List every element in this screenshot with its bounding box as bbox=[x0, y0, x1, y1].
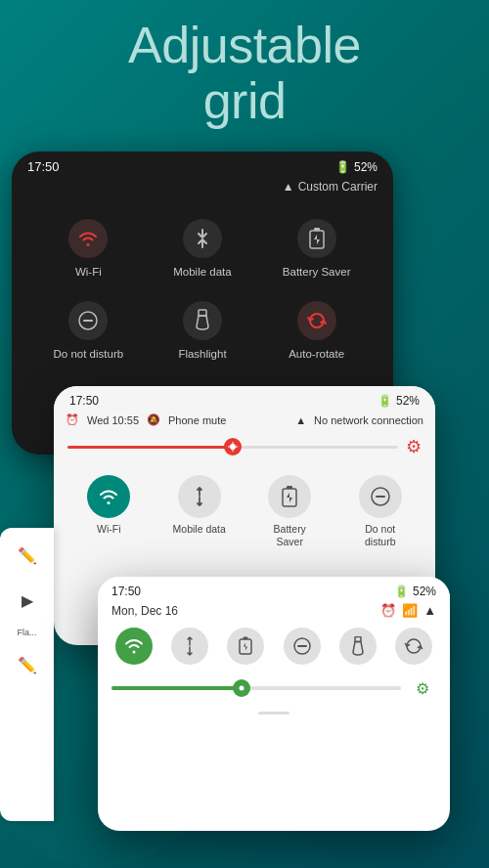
side-edit-icon[interactable]: ✏️ bbox=[10, 538, 45, 573]
phone-3-frame: 17:50 🔋 52% Mon, Dec 16 ⏰ 📶 ▲ bbox=[98, 577, 450, 831]
qs-tile2-mobile[interactable]: Mobile data bbox=[156, 467, 244, 555]
svg-point-5 bbox=[230, 444, 236, 450]
qs-tile-mobile[interactable]: Mobile data bbox=[146, 205, 260, 287]
phone1-time: 17:50 bbox=[27, 159, 60, 174]
hero-title-line1: Adjustable bbox=[0, 18, 489, 73]
brightness-slider-3[interactable] bbox=[111, 686, 401, 690]
brightness-thumb-3 bbox=[233, 679, 250, 697]
auto-brightness-icon-3[interactable]: ⚙ bbox=[409, 674, 436, 702]
phone1-status-bar: 17:50 🔋 52% bbox=[12, 152, 393, 178]
notif-mute: Phone mute bbox=[168, 414, 226, 426]
qs-tile3-wifi[interactable] bbox=[108, 628, 160, 665]
phone1-status-right: 🔋 52% bbox=[335, 160, 378, 174]
wifi-label: Wi-Fi bbox=[75, 266, 102, 278]
flashlight-icon-3 bbox=[339, 628, 377, 665]
qs-tile2-wifi[interactable]: Wi-Fi bbox=[66, 467, 153, 555]
phone1-battery: 52% bbox=[354, 160, 378, 174]
battery-saver-label: Battery Saver bbox=[283, 266, 351, 278]
mobile-label-2: Mobile data bbox=[173, 523, 226, 536]
phone3-battery: 52% bbox=[413, 585, 436, 598]
svg-rect-11 bbox=[287, 486, 292, 489]
phone2-battery: 52% bbox=[396, 394, 420, 408]
qs-tile3-dnd[interactable] bbox=[276, 628, 329, 665]
phone2-battery-icon: 🔋 bbox=[378, 394, 392, 408]
svg-rect-0 bbox=[310, 231, 324, 248]
phone2-status-right: 🔋 52% bbox=[378, 394, 420, 408]
battery-saver-icon-2 bbox=[268, 475, 311, 518]
qs-tile-wifi[interactable]: Wi-Fi bbox=[31, 205, 146, 287]
alarm-icon: ⏰ bbox=[66, 413, 79, 426]
phone2-notif-bar: ⏰ Wed 10:55 🔕 Phone mute ▲ No network co… bbox=[54, 412, 435, 430]
dnd-icon-2 bbox=[359, 475, 402, 518]
wifi-icon-3b bbox=[115, 628, 153, 665]
autorotate-icon bbox=[297, 301, 336, 340]
brightness-thumb bbox=[224, 438, 242, 456]
phone1-carrier: Custom Carrier bbox=[298, 180, 378, 194]
brightness-fill bbox=[67, 446, 233, 449]
phone3-date-icons: ⏰ 📶 ▲ bbox=[380, 603, 436, 618]
autorotate-label: Auto-rotate bbox=[289, 348, 344, 360]
dnd-icon bbox=[68, 301, 108, 340]
phone3-battery-icon: 🔋 bbox=[394, 585, 409, 598]
auto-brightness-icon[interactable]: ⚙ bbox=[406, 436, 422, 457]
qs-tile3-battery[interactable] bbox=[219, 628, 272, 665]
qs-tile3-rotate[interactable] bbox=[387, 628, 440, 665]
brightness-slider[interactable] bbox=[67, 446, 398, 449]
phone2-brightness-row: ⚙ bbox=[54, 430, 435, 463]
dnd-label-2: Do not disturb bbox=[365, 523, 396, 547]
drag-handle bbox=[98, 708, 450, 718]
qs-tile3-mobile[interactable] bbox=[163, 628, 216, 665]
rotate-icon-3 bbox=[395, 628, 432, 665]
qs-tile-dnd[interactable]: Do not disturb bbox=[31, 287, 146, 369]
wifi-label-2: Wi-Fi bbox=[97, 523, 121, 536]
phone3-brightness-row: ⚙ bbox=[98, 669, 450, 708]
flashlight-label: Flashlight bbox=[178, 348, 226, 360]
flashlight-icon bbox=[183, 301, 222, 340]
svg-rect-10 bbox=[283, 489, 296, 506]
hero-title: Adjustable grid bbox=[0, 18, 489, 129]
wifi-icon-2 bbox=[87, 475, 130, 518]
alarm-icon-3: ⏰ bbox=[380, 603, 396, 618]
svg-point-19 bbox=[240, 686, 244, 691]
wifi-icon bbox=[68, 219, 108, 258]
svg-rect-15 bbox=[244, 637, 248, 640]
mobile-icon bbox=[183, 219, 222, 258]
mute-icon: 🔕 bbox=[147, 413, 160, 426]
phone1-qs-grid: Wi-Fi Mobile data Battery Saver bbox=[12, 197, 393, 377]
side-flashlight-label: Fla... bbox=[17, 628, 36, 638]
notif-network: No network connection bbox=[314, 414, 423, 426]
dnd-icon-3 bbox=[284, 628, 321, 665]
side-strip: ✏️ ▶ Fla... ✏️ bbox=[0, 528, 54, 821]
signal-icon: ▲ bbox=[283, 180, 294, 194]
phone2-status-bar: 17:50 🔋 52% bbox=[54, 386, 435, 412]
phone1-battery-icon: 🔋 bbox=[335, 160, 350, 174]
qs-tile3-flashlight[interactable] bbox=[332, 628, 384, 665]
drag-handle-bar bbox=[258, 712, 289, 715]
qs-tile2-dnd[interactable]: Do not disturb bbox=[337, 467, 424, 555]
dnd-label: Do not disturb bbox=[54, 348, 124, 360]
phone2-time: 17:50 bbox=[69, 394, 99, 408]
qs-tile-battery[interactable]: Battery Saver bbox=[259, 205, 374, 287]
brightness-fill-3 bbox=[111, 686, 242, 690]
notif-time: Wed 10:55 bbox=[87, 414, 139, 426]
svg-rect-14 bbox=[240, 639, 251, 654]
battery-icon-3 bbox=[227, 628, 264, 665]
hero-title-line2: grid bbox=[0, 73, 489, 129]
signal-icon-3: ▲ bbox=[423, 603, 436, 618]
qs-tile-autorotate[interactable]: Auto-rotate bbox=[259, 287, 374, 369]
battery-saver-icon bbox=[297, 219, 336, 258]
phone3-status-right: 🔋 52% bbox=[394, 585, 436, 598]
phone3-date-bar: Mon, Dec 16 ⏰ 📶 ▲ bbox=[98, 601, 450, 622]
svg-rect-4 bbox=[199, 310, 206, 316]
mobile-label: Mobile data bbox=[173, 266, 231, 278]
phone3-status-bar: 17:50 🔋 52% bbox=[98, 577, 450, 601]
mobile-icon-3 bbox=[171, 628, 208, 665]
phone2-qs-grid: Wi-Fi Mobile data Battery Saver bbox=[54, 463, 435, 563]
side-play-icon[interactable]: ▶ bbox=[10, 583, 45, 618]
phone3-date: Mon, Dec 16 bbox=[111, 604, 178, 618]
mobile-icon-2 bbox=[178, 475, 221, 518]
side-edit2-icon[interactable]: ✏️ bbox=[10, 648, 45, 683]
qs-tile2-battery[interactable]: Battery Saver bbox=[246, 467, 333, 555]
battery-saver-label-2: Battery Saver bbox=[274, 523, 306, 547]
qs-tile-flashlight[interactable]: Flashlight bbox=[146, 287, 260, 369]
